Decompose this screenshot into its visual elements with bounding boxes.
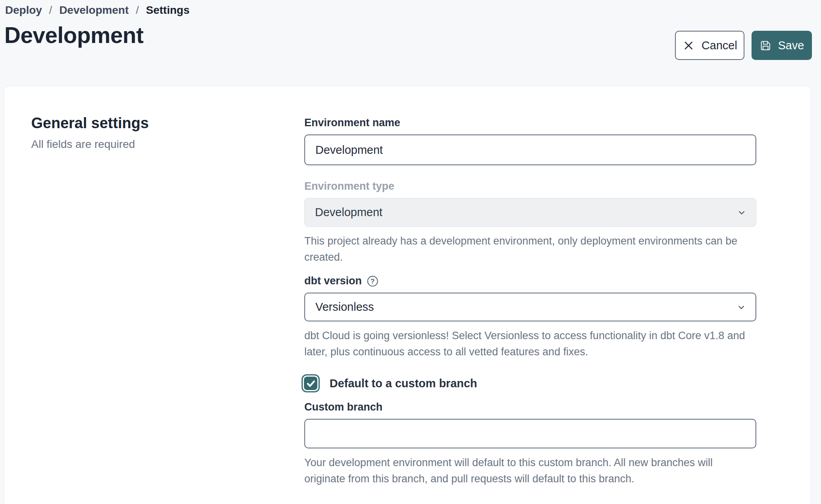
environment-type-value: Development <box>315 206 382 219</box>
dbt-version-label-text: dbt version <box>304 275 362 287</box>
dbt-version-select[interactable]: Versionless <box>304 293 756 321</box>
breadcrumb-separator: / <box>136 4 139 17</box>
cancel-button[interactable]: Cancel <box>675 31 744 60</box>
custom-branch-label: Custom branch <box>304 401 756 413</box>
settings-form: Environment name Environment type Develo… <box>304 117 756 487</box>
checkmark-icon <box>304 377 317 390</box>
save-button-label: Save <box>778 39 804 52</box>
section-intro: General settings All fields are required <box>31 115 149 151</box>
environment-type-select: Development <box>304 198 756 227</box>
cancel-button-label: Cancel <box>701 39 737 52</box>
breadcrumb-item-development[interactable]: Development <box>59 4 129 17</box>
general-settings-card: General settings All fields are required… <box>4 86 811 504</box>
floppy-disk-icon <box>759 39 772 52</box>
breadcrumb-item-settings: Settings <box>146 4 189 17</box>
environment-name-label: Environment name <box>304 117 756 129</box>
save-button[interactable]: Save <box>752 31 812 60</box>
dbt-version-help: dbt Cloud is going versionless! Select V… <box>304 328 756 360</box>
help-icon[interactable]: ? <box>367 275 379 287</box>
section-subheading: All fields are required <box>31 138 149 151</box>
environment-type-help: This project already has a development e… <box>304 233 756 265</box>
custom-branch-input[interactable] <box>304 419 756 448</box>
custom-branch-checkbox[interactable] <box>302 374 320 392</box>
dbt-version-label: dbt version ? <box>304 275 756 287</box>
svg-text:?: ? <box>370 278 374 285</box>
default-custom-branch-label[interactable]: Default to a custom branch <box>330 377 477 390</box>
chevron-down-icon <box>736 302 747 313</box>
chevron-down-icon <box>736 207 747 218</box>
header-actions: Cancel Save <box>675 31 812 60</box>
environment-name-input[interactable] <box>304 134 756 165</box>
page-title: Development <box>4 22 143 48</box>
breadcrumb-item-deploy[interactable]: Deploy <box>5 4 42 17</box>
default-custom-branch-row: Default to a custom branch <box>302 374 756 392</box>
section-heading: General settings <box>31 115 149 132</box>
custom-branch-help: Your development environment will defaul… <box>304 455 756 487</box>
breadcrumb-separator: / <box>49 4 52 17</box>
close-icon <box>682 39 695 52</box>
environment-type-label: Environment type <box>304 180 756 192</box>
dbt-version-value: Versionless <box>315 301 374 314</box>
breadcrumb: Deploy / Development / Settings <box>5 4 189 17</box>
